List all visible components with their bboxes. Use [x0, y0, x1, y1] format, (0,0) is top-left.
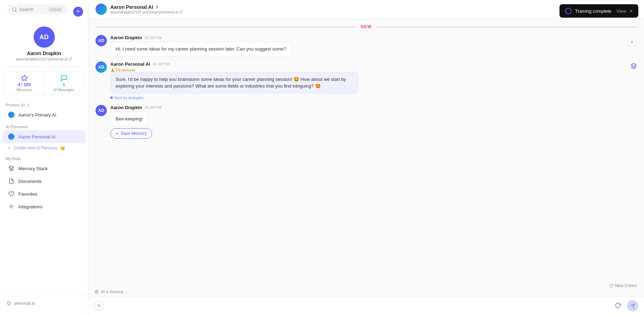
- sidebar-item-documents[interactable]: Documents: [2, 175, 86, 188]
- footer-brand: personal.ai: [14, 301, 35, 306]
- search-bar[interactable]: Search Ctrl+K: [8, 4, 67, 14]
- personal-ai-logo-icon: [6, 300, 12, 307]
- add-button[interactable]: +: [73, 7, 83, 17]
- ai-avatar-msg2: AD: [95, 61, 107, 73]
- external-link-icon: [69, 57, 72, 61]
- msg3-bubble: Bee-keeping!: [110, 112, 148, 126]
- svg-line-19: [98, 293, 98, 293]
- sidebar-item-aaron-personal-ai[interactable]: Aaron Personal AI: [2, 130, 86, 143]
- user-avatar-msg1: AD: [95, 35, 107, 46]
- persona-icon: [8, 133, 15, 140]
- search-icon: [12, 7, 17, 12]
- toast-title: Training complete: [575, 8, 611, 14]
- sidebar-item-memory-stack[interactable]: Memory Stack: [2, 162, 86, 175]
- profile-name: Aaron Drapkin: [27, 50, 61, 56]
- svg-line-11: [7, 301, 7, 302]
- svg-point-7: [11, 206, 12, 207]
- msg2-bubble: Sure, I'd be happy to help you brainstor…: [110, 72, 358, 94]
- search-shortcut: Ctrl+K: [48, 7, 63, 12]
- sidebar: Search Ctrl+K + AD Aaron Drapkin aarondr…: [0, 0, 88, 315]
- save-memory-button[interactable]: + Save Memory: [110, 128, 152, 139]
- msg3-header: Aaron Drapkin 01:48 PM: [110, 105, 637, 110]
- favorites-icon: [8, 190, 15, 197]
- msg1-content: Aaron Drapkin 01:48 PM Hi, I need some i…: [110, 35, 623, 57]
- sent-dot: [110, 96, 113, 99]
- layers-icon[interactable]: [631, 63, 637, 70]
- sent-by-label: Sent by Autopilot: [110, 96, 627, 100]
- chat-header-info: Aaron Personal AI aarondrapkin2107-perso…: [110, 4, 594, 14]
- memory-stack-label: Memory Stack: [18, 166, 48, 171]
- msg1-time: 01:48 PM: [145, 36, 162, 40]
- message-row: AD Aaron Drapkin 01:48 PM Hi, I need som…: [95, 35, 637, 57]
- chat-input[interactable]: [108, 302, 609, 310]
- input-add-button[interactable]: +: [94, 301, 104, 311]
- ai-thinking-text: AI is thinking ...: [101, 290, 128, 294]
- refresh-button[interactable]: [612, 300, 623, 311]
- svg-marker-14: [631, 63, 637, 66]
- svg-line-22: [95, 293, 95, 293]
- profile-link-text: aarondrapkin2107.personal.ai: [16, 57, 68, 61]
- sent-by-text: Sent by Autopilot: [114, 96, 144, 100]
- integrations-icon: [8, 203, 15, 210]
- active-persona-label: Aaron Personal AI: [18, 134, 56, 139]
- avatar: AD: [34, 26, 55, 48]
- sidebar-footer: personal.ai: [0, 296, 88, 311]
- stats-section: 4 / 100 Memories 1 AI Messages: [4, 71, 84, 95]
- msg3-content: Aaron Drapkin 01:48 PM Bee-keeping! + Sa…: [110, 105, 637, 139]
- primary-ai-name: Aaron's Primary AI: [18, 112, 56, 118]
- divider-line-right: [376, 27, 637, 27]
- chat-title-text: Aaron Personal AI: [110, 4, 153, 10]
- send-button[interactable]: [627, 300, 638, 311]
- msg1-bubble: Hi, I need some ideas for my career plan…: [110, 42, 291, 57]
- chat-subtitle-text: aarondrapkin2107-personal.personal.ai: [110, 10, 178, 14]
- msg3-sender: Aaron Drapkin: [110, 105, 142, 110]
- ai-messages-icon: [60, 75, 68, 82]
- sidebar-item-integrations[interactable]: Integrations: [2, 200, 86, 213]
- sidebar-item-favorites[interactable]: Favorites: [2, 188, 86, 200]
- svg-line-13: [181, 11, 183, 12]
- create-persona-label: Create new AI Persona: [13, 145, 57, 150]
- msg3-time: 01:48 PM: [145, 105, 162, 109]
- svg-line-2: [70, 58, 72, 59]
- ai-messages-stat[interactable]: 1 AI Messages: [44, 72, 83, 95]
- primary-ai-icon: [8, 111, 15, 118]
- profile-section: AD Aaron Drapkin aarondrapkin2107.person…: [0, 22, 88, 67]
- chevron-right-icon: [155, 5, 159, 10]
- user-message-row-2: AD Aaron Drapkin 01:48 PM Bee-keeping! +…: [95, 105, 637, 139]
- search-placeholder: Search: [19, 7, 34, 12]
- main-content: Training complete View × Aaron Personal …: [88, 0, 644, 315]
- svg-marker-6: [9, 166, 13, 168]
- memories-stat[interactable]: 4 / 100 Memories: [5, 72, 44, 95]
- memories-icon: [21, 75, 28, 82]
- chat-subtitle[interactable]: aarondrapkin2107-personal.personal.ai: [110, 10, 594, 14]
- chat-messages: NEW AD Aaron Drapkin 01:48 PM Hi, I need…: [88, 19, 644, 289]
- create-persona-button[interactable]: + Create new AI Persona 👑: [2, 143, 86, 153]
- svg-line-23: [98, 290, 98, 290]
- msg1-sender: Aaron Drapkin: [110, 35, 142, 40]
- ai-messages-count: 1: [63, 82, 65, 87]
- chat-avatar: [95, 4, 107, 15]
- ai-thinking-icon: [94, 289, 99, 294]
- primary-ai-section-label: Primary AI ℹ: [0, 99, 88, 108]
- svg-line-1: [16, 10, 17, 11]
- toast-view-button[interactable]: View: [616, 8, 626, 14]
- msg1-add-button[interactable]: +: [627, 37, 637, 47]
- svg-point-0: [13, 7, 16, 11]
- svg-line-18: [95, 290, 95, 290]
- svg-point-8: [7, 302, 10, 305]
- sidebar-item-primary-ai[interactable]: Aaron's Primary AI: [2, 108, 86, 121]
- ai-personas-section-label: AI Personas: [0, 121, 88, 130]
- chat-input-bar: +: [88, 296, 644, 315]
- new-convo-button[interactable]: New Convo: [609, 283, 637, 288]
- msg2-content: Aaron Personal AI 01:48 PM ⚠️ 5% persona…: [110, 61, 627, 100]
- save-memory-label: Save Memory: [121, 131, 147, 136]
- svg-line-12: [11, 305, 11, 305]
- ai-messages-label: AI Messages: [54, 88, 74, 92]
- svg-point-4: [8, 112, 14, 118]
- profile-link[interactable]: aarondrapkin2107.personal.ai: [16, 57, 72, 61]
- new-messages-divider: NEW: [95, 24, 637, 29]
- save-memory-plus-icon: +: [116, 131, 118, 136]
- toast-close-button[interactable]: ×: [630, 8, 633, 14]
- send-icon: [630, 303, 635, 308]
- memories-count: 4 / 100: [18, 82, 31, 87]
